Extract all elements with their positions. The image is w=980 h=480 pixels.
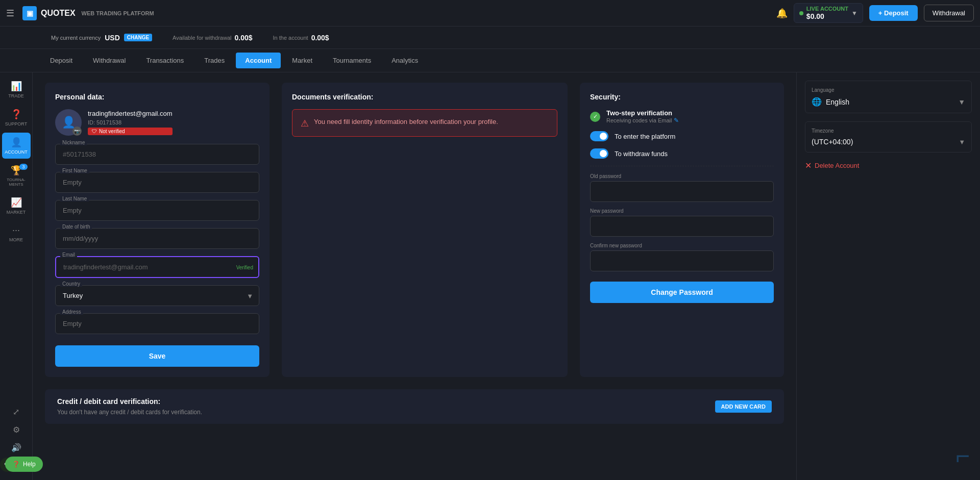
language-label: Language	[812, 87, 965, 93]
documents-alert: ⚠ You need fill identity information bef…	[292, 109, 557, 137]
save-button[interactable]: Save	[55, 345, 259, 367]
sidebar-item-label: ACCOUNT	[5, 149, 28, 155]
deposit-button[interactable]: + Deposit	[869, 5, 918, 21]
support-icon: ❓	[11, 109, 22, 120]
chevron-down-icon: ▼	[959, 138, 965, 146]
personal-data-title: Personal data:	[55, 93, 259, 101]
to-enter-label: To enter the platform	[615, 133, 675, 140]
sidebar-item-label: MORE	[9, 237, 23, 242]
personal-data-panel: Personal data: 👤 📷 tradingfindertest@gma…	[45, 83, 270, 377]
sidebar-item-trade[interactable]: 📊 TRADE	[2, 77, 31, 103]
new-password-input[interactable]	[590, 216, 774, 237]
first-name-group: First Name	[55, 172, 259, 193]
tab-trades[interactable]: Trades	[195, 53, 234, 68]
email-label: Email	[60, 252, 77, 258]
live-account-selector[interactable]: LIVE ACCOUNT $0.00 ▼	[794, 3, 863, 23]
add-new-card-button[interactable]: ADD NEW CARD	[715, 400, 772, 413]
platform-label: WEB TRADING PLATFORM	[82, 10, 154, 16]
camera-button[interactable]: 📷	[72, 127, 82, 136]
available-amount: 0.00$	[234, 34, 252, 42]
first-name-input[interactable]	[55, 172, 259, 193]
tab-market[interactable]: Market	[283, 53, 322, 68]
nickname-label: Nickname	[60, 140, 87, 145]
in-account-amount: 0.00$	[311, 34, 329, 42]
old-password-input[interactable]	[590, 181, 774, 202]
not-verified-label: Not verified	[99, 129, 125, 134]
trade-icon: 📊	[11, 81, 22, 92]
sidebar-item-tournaments[interactable]: 🏆 3 TOURNA-MENTS	[2, 161, 31, 191]
logo-icon: ▣	[22, 6, 37, 20]
nickname-input[interactable]	[55, 144, 259, 165]
confirm-password-group: Confirm new password	[590, 243, 774, 271]
change-badge[interactable]: CHANGE	[124, 34, 152, 41]
app-name: QUOTEX	[41, 9, 76, 18]
sidebar-item-account[interactable]: 👤 ACCOUNT	[2, 133, 31, 159]
sidebar-item-label: SUPPORT	[5, 121, 27, 127]
market-icon: 📈	[11, 197, 22, 208]
change-password-button[interactable]: Change Password	[590, 282, 774, 303]
withdrawal-button[interactable]: Withdrawal	[924, 5, 974, 21]
sub-nav-tabs: Deposit Withdrawal Transactions Trades A…	[0, 49, 980, 72]
not-verified-badge: 🛡 Not verified	[88, 128, 173, 135]
security-title: Security:	[590, 93, 774, 101]
tournaments-badge: 3	[19, 164, 27, 170]
to-withdraw-item: To withdraw funds	[590, 148, 774, 159]
edit-icon[interactable]: ✎	[674, 117, 679, 124]
security-panel: Security: ✓ Two-step verification Receiv…	[580, 83, 784, 377]
bell-icon[interactable]: 🔔	[776, 8, 788, 19]
credit-card-section: Credit / debit card verification: You do…	[45, 389, 784, 424]
globe-icon: 🌐	[812, 97, 822, 107]
available-for-withdrawal: Available for withdrawal 0.00$	[173, 34, 252, 42]
help-button[interactable]: ❓ Help	[5, 457, 43, 472]
documents-title: Documents verification:	[292, 93, 557, 101]
account-icon: 👤	[11, 137, 22, 148]
timezone-group: Timezone (UTC+04:00) ▼	[805, 121, 972, 153]
dob-group: Date of birth	[55, 228, 259, 249]
last-name-group: Last Name	[55, 200, 259, 221]
in-account-label: In the account	[273, 35, 308, 41]
available-label: Available for withdrawal	[173, 35, 231, 41]
settings-icon[interactable]: ⚙	[10, 422, 23, 438]
sidebar-item-support[interactable]: ❓ SUPPORT	[2, 105, 31, 131]
currency-bar: My current currency USD CHANGE Available…	[0, 27, 980, 49]
sidebar-item-more[interactable]: ··· MORE	[2, 221, 31, 246]
sound-icon[interactable]: 🔊	[8, 440, 24, 456]
two-step-item: ✓ Two-step verification Receiving codes …	[590, 109, 774, 124]
tab-transactions[interactable]: Transactions	[137, 53, 193, 68]
tab-withdrawal[interactable]: Withdrawal	[84, 53, 135, 68]
tab-account[interactable]: Account	[236, 53, 281, 68]
confirm-password-input[interactable]	[590, 250, 774, 271]
address-input[interactable]	[55, 313, 259, 334]
shield-icon: 🛡	[92, 129, 97, 134]
check-circle-icon: ✓	[590, 112, 600, 122]
two-step-label: Two-step verification	[606, 109, 679, 117]
dob-label: Date of birth	[60, 224, 92, 230]
currency-info: My current currency USD CHANGE	[51, 34, 152, 42]
tab-analytics[interactable]: Analytics	[382, 53, 427, 68]
sidebar-item-label: TRADE	[8, 93, 24, 98]
help-icon: ❓	[12, 461, 20, 468]
country-select[interactable]: Turkey United States Germany	[55, 285, 259, 306]
profile-header: 👤 📷 tradingfindertest@gmail.com ID: 5017…	[55, 109, 259, 136]
profile-id: ID: 50171538	[88, 119, 173, 125]
expand-icon[interactable]: ⤢	[10, 404, 22, 420]
tab-tournaments[interactable]: Tournaments	[324, 53, 380, 68]
to-withdraw-toggle[interactable]	[590, 148, 608, 159]
tab-deposit[interactable]: Deposit	[41, 53, 82, 68]
nickname-group: Nickname	[55, 144, 259, 165]
hamburger-menu[interactable]: ☰	[6, 8, 14, 19]
close-icon: ✕	[805, 161, 812, 170]
email-input[interactable]	[55, 256, 259, 278]
live-amount: $0.00	[806, 12, 848, 20]
avatar-wrap: 👤 📷	[55, 109, 82, 136]
delete-account-button[interactable]: ✕ Delete Account	[805, 161, 972, 170]
sidebar-item-label: TOURNA-MENTS	[4, 178, 29, 187]
delete-account-label: Delete Account	[815, 162, 859, 169]
sidebar-item-market[interactable]: 📈 MARKET	[2, 193, 31, 219]
last-name-input[interactable]	[55, 200, 259, 221]
timezone-label: Timezone	[812, 128, 965, 134]
watermark-logo: ⌐	[955, 442, 970, 470]
dob-input[interactable]	[55, 228, 259, 249]
to-enter-toggle[interactable]	[590, 131, 608, 141]
confirm-pw-label: Confirm new password	[590, 243, 774, 248]
